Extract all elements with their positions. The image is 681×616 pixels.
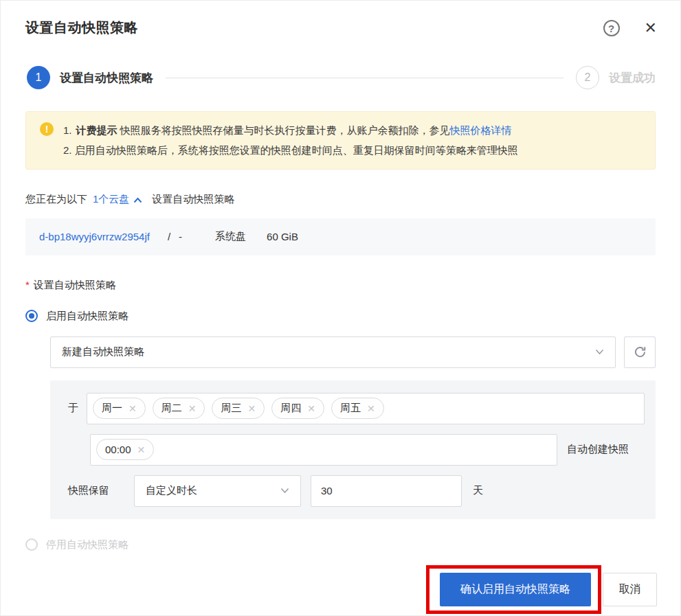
chevron-up-icon — [133, 197, 142, 203]
weekday-tag: 周三 ✕ — [212, 398, 265, 419]
policy-select-row: 新建自动快照策略 — [50, 336, 656, 368]
target-suffix: 设置自动快照策略 — [152, 193, 234, 206]
cancel-button[interactable]: 取消 — [603, 573, 657, 606]
step-indicator: 1 设置自动快照策略 2 设置成功 — [27, 66, 656, 89]
weekday-tag-input[interactable]: 周一 ✕ 周二 ✕ 周三 ✕ 周四 ✕ 周五 ✕ — [87, 393, 645, 424]
step-2-circle: 2 — [576, 66, 599, 89]
step-1-circle: 1 — [27, 66, 50, 89]
remove-tag-icon[interactable]: ✕ — [367, 404, 375, 413]
disk-row: d-bp18wyyj6vrrzw2954jf / - 系统盘 60 GiB — [25, 218, 656, 255]
target-prefix: 您正在为以下 — [25, 193, 87, 206]
page-title: 设置自动快照策略 — [25, 19, 138, 37]
retention-days-input[interactable] — [311, 475, 462, 507]
chevron-down-icon — [280, 488, 289, 494]
step-2-label: 设置成功 — [609, 70, 656, 86]
annotation-highlight: 确认启用自动快照策略 — [426, 565, 601, 614]
remove-tag-icon[interactable]: ✕ — [247, 404, 256, 413]
weekday-tag: 周一 ✕ — [93, 398, 146, 419]
weekday-label: 于 — [68, 402, 78, 415]
target-disks-line: 您正在为以下 1个云盘 设置自动快照策略 — [25, 193, 656, 206]
radio-enable-label: 启用自动快照策略 — [46, 310, 129, 323]
time-row: 00:00 ✕ 自动创建快照 — [68, 434, 645, 466]
remove-tag-icon[interactable]: ✕ — [129, 404, 137, 413]
radio-enable[interactable] — [25, 310, 38, 322]
step-2: 2 设置成功 — [576, 66, 656, 89]
auto-snapshot-policy-dialog: 设置自动快照策略 ? ✕ 1 设置自动快照策略 2 设置成功 ! 1.计费提示快… — [0, 0, 681, 616]
days-unit-label: 天 — [473, 484, 483, 497]
weekday-tag: 周二 ✕ — [153, 398, 205, 419]
warning-icon: ! — [40, 122, 54, 136]
refresh-icon — [633, 345, 647, 359]
time-tag-input[interactable]: 00:00 ✕ — [90, 434, 557, 466]
disk-size: 60 GiB — [267, 231, 298, 242]
weekday-tag: 周四 ✕ — [271, 398, 324, 419]
radio-disable-label: 停用自动快照策略 — [46, 538, 129, 551]
notice-line-1: 1.计费提示快照服务将按照快照存储量与时长执行按量计费，从账户余额扣除，参见快照… — [63, 120, 518, 140]
step-1: 1 设置自动快照策略 — [27, 66, 153, 89]
retention-label: 快照保留 — [68, 484, 109, 497]
disk-count-link[interactable]: 1个云盘 — [93, 193, 142, 206]
policy-select-value: 新建自动快照策略 — [62, 345, 144, 358]
chevron-down-icon — [595, 349, 604, 355]
notice-line-2: 2. 启用自动快照策略后，系统将按照您设置的快照创建时间点、重复日期保留时间等策… — [63, 140, 518, 160]
policy-select[interactable]: 新建自动快照策略 — [50, 336, 616, 368]
help-icon[interactable]: ? — [603, 20, 620, 36]
disk-alias: - — [179, 231, 182, 242]
dialog-header: 设置自动快照策略 ? ✕ — [1, 1, 680, 37]
remove-tag-icon[interactable]: ✕ — [188, 404, 197, 413]
weekday-tag: 周五 ✕ — [331, 398, 384, 419]
remove-tag-icon[interactable]: ✕ — [137, 445, 146, 455]
dialog-footer: 确认启用自动快照策略 取消 — [25, 565, 657, 614]
enable-policy-option[interactable]: 启用自动快照策略 — [25, 310, 656, 323]
disk-id-link[interactable]: d-bp18wyyj6vrrzw2954jf — [39, 231, 150, 242]
disk-type: 系统盘 — [215, 230, 246, 243]
step-connector-line — [166, 78, 563, 78]
time-tag: 00:00 ✕ — [96, 439, 154, 460]
step-1-label: 设置自动快照策略 — [60, 70, 153, 86]
policy-settings-panel: 于 周一 ✕ 周二 ✕ 周三 ✕ 周四 ✕ — [50, 380, 656, 519]
disable-policy-option: 停用自动快照策略 — [25, 538, 656, 551]
retention-row: 快照保留 自定义时长 天 — [68, 475, 645, 507]
weekday-row: 于 周一 ✕ 周二 ✕ 周三 ✕ 周四 ✕ — [68, 393, 645, 424]
snapshot-price-link[interactable]: 快照价格详情 — [450, 124, 512, 136]
policy-form-label: *设置自动快照策略 — [25, 279, 656, 292]
retention-type-value: 自定义时长 — [146, 484, 197, 497]
confirm-button[interactable]: 确认启用自动快照策略 — [440, 573, 591, 606]
disk-mount: / — [168, 231, 170, 242]
close-icon[interactable]: ✕ — [645, 21, 657, 36]
billing-notice: ! 1.计费提示快照服务将按照快照存储量与时长执行按量计费，从账户余额扣除，参见… — [25, 111, 656, 170]
auto-create-label: 自动创建快照 — [567, 443, 629, 456]
retention-type-select[interactable]: 自定义时长 — [134, 475, 301, 507]
remove-tag-icon[interactable]: ✕ — [307, 404, 315, 413]
radio-disable — [25, 538, 38, 551]
required-mark: * — [25, 279, 30, 290]
refresh-button[interactable] — [624, 336, 656, 368]
